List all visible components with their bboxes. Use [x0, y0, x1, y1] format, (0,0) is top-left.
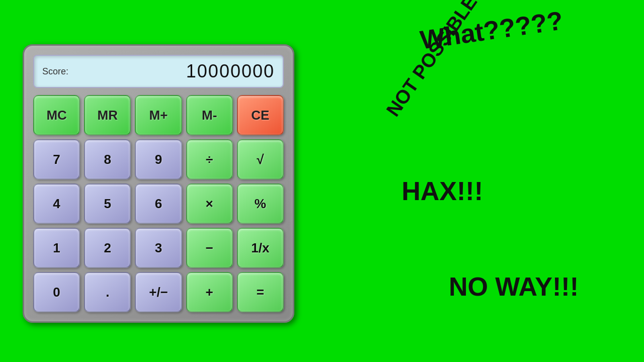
display-value: 10000000 [186, 61, 275, 82]
button-row-1: MC MR M+ M- CE [33, 95, 284, 135]
button-add[interactable]: + [186, 272, 233, 312]
button-reciprocal[interactable]: 1/x [237, 228, 284, 268]
button-6[interactable]: 6 [135, 184, 182, 224]
button-mminus[interactable]: M- [186, 95, 233, 135]
button-ce[interactable]: CE [237, 95, 284, 135]
button-row-3: 4 5 6 × % [33, 184, 284, 224]
calculator: Score: 10000000 MC MR M+ M- CE 7 8 9 ÷ √ [23, 44, 294, 323]
button-sqrt[interactable]: √ [237, 139, 284, 179]
not-possible-text: NOT POSSIBLE [382, 0, 482, 121]
button-5[interactable]: 5 [84, 184, 131, 224]
calculator-wrapper: Score: 10000000 MC MR M+ M- CE 7 8 9 ÷ √ [23, 44, 294, 323]
button-row-5: 0 . +/− + = [33, 272, 284, 312]
button-4[interactable]: 4 [33, 184, 80, 224]
button-2[interactable]: 2 [84, 228, 131, 268]
button-8[interactable]: 8 [84, 139, 131, 179]
button-9[interactable]: 9 [135, 139, 182, 179]
right-text-area: What????? NOT POSSIBLE HAX!!! NO WAY!!! [302, 0, 644, 362]
buttons-grid: MC MR M+ M- CE 7 8 9 ÷ √ 4 5 6 × % [33, 95, 284, 312]
score-label: Score: [42, 66, 68, 77]
button-decimal[interactable]: . [84, 272, 131, 312]
button-1[interactable]: 1 [33, 228, 80, 268]
button-divide[interactable]: ÷ [186, 139, 233, 179]
hax-text: HAX!!! [401, 176, 483, 206]
button-row-2: 7 8 9 ÷ √ [33, 139, 284, 179]
button-mc[interactable]: MC [33, 95, 80, 135]
button-mr[interactable]: MR [84, 95, 131, 135]
no-way-text: NO WAY!!! [449, 272, 579, 302]
button-0[interactable]: 0 [33, 272, 80, 312]
button-row-4: 1 2 3 − 1/x [33, 228, 284, 268]
button-subtract[interactable]: − [186, 228, 233, 268]
button-percent[interactable]: % [237, 184, 284, 224]
button-7[interactable]: 7 [33, 139, 80, 179]
button-equals[interactable]: = [237, 272, 284, 312]
button-plusminus[interactable]: +/− [135, 272, 182, 312]
calculator-display: Score: 10000000 [33, 55, 284, 88]
button-mplus[interactable]: M+ [135, 95, 182, 135]
button-multiply[interactable]: × [186, 184, 233, 224]
button-3[interactable]: 3 [135, 228, 182, 268]
